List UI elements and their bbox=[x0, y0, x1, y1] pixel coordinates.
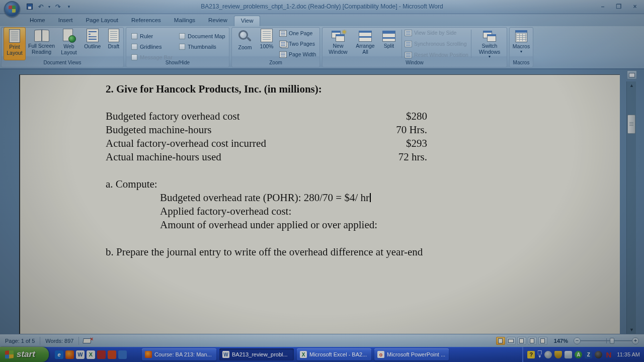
page-indicator[interactable]: Page: 1 of 5 bbox=[0, 336, 40, 345]
tab-insert[interactable]: Insert bbox=[52, 16, 79, 26]
macros-button[interactable]: Macros ▾ bbox=[510, 27, 532, 60]
taskbar-clock[interactable]: 11:35 AM bbox=[615, 351, 640, 357]
tray-audio-icon[interactable] bbox=[595, 351, 602, 358]
zoom-100-label: 100% bbox=[260, 44, 274, 50]
web-layout-button[interactable]: Web Layout bbox=[57, 27, 80, 60]
status-bar-right: 147% − + bbox=[496, 337, 644, 345]
internet-explorer-icon[interactable]: e bbox=[55, 350, 63, 359]
tray-collapse-icon[interactable]: ❐▾ bbox=[537, 351, 542, 358]
tray-globe-icon[interactable] bbox=[544, 351, 552, 358]
zoom-button[interactable]: Zoom bbox=[234, 27, 256, 60]
ruler-checkbox[interactable] bbox=[131, 33, 137, 39]
one-page-label: One Page bbox=[289, 30, 312, 36]
full-screen-reading-button[interactable]: Full Screen Reading bbox=[27, 27, 56, 60]
page-width-label: Page Width bbox=[289, 51, 316, 57]
document-map-checkbox-row[interactable]: Document Map bbox=[179, 31, 225, 41]
compute-line-text: Budgeted overhead rate (POHR): 280/70 = … bbox=[160, 192, 369, 204]
switch-windows-button[interactable]: Switch Windows ▾ bbox=[474, 27, 505, 60]
macros-dropdown-icon: ▾ bbox=[520, 50, 522, 53]
draft-icon bbox=[108, 29, 119, 42]
excel-icon[interactable]: X bbox=[87, 350, 95, 359]
synchronous-scrolling-label: Synchronous Scrolling bbox=[414, 41, 466, 47]
word-icon[interactable]: W bbox=[76, 350, 85, 359]
word-app-icon: W bbox=[222, 351, 229, 358]
zoom-in-button[interactable]: + bbox=[632, 337, 639, 344]
slider-thumb[interactable] bbox=[610, 338, 614, 344]
desktop-screen: ↶ ▾ ↷ ▾ BA213_review_problems_chpt_1-2.d… bbox=[0, 0, 644, 362]
document-map-checkbox[interactable] bbox=[179, 33, 185, 39]
tray-netsupport-icon[interactable]: N bbox=[605, 351, 612, 358]
view-draft-button[interactable] bbox=[538, 337, 547, 345]
powerpoint-app-icon: o bbox=[377, 351, 384, 358]
gridlines-checkbox[interactable] bbox=[131, 44, 137, 50]
scroll-up-icon[interactable]: ▲ bbox=[627, 81, 636, 89]
tab-mailings[interactable]: Mailings bbox=[168, 16, 202, 26]
firefox-icon[interactable] bbox=[65, 350, 74, 359]
document-page[interactable]: 2. Give for Hancock Products, Inc. (in m… bbox=[19, 74, 620, 334]
zoom-slider[interactable]: − + bbox=[574, 337, 639, 345]
tray-zotero-icon[interactable]: Z bbox=[585, 351, 592, 358]
split-button[interactable]: Split bbox=[379, 27, 398, 60]
office-button[interactable] bbox=[4, 1, 20, 17]
task-button-label: Course: BA 213: Man... bbox=[154, 351, 212, 357]
taskbar-button-excel[interactable]: X Microsoft Excel - BA2... bbox=[297, 348, 371, 360]
scroll-down-icon[interactable]: ▼ bbox=[627, 326, 636, 334]
tray-shield-icon[interactable] bbox=[554, 351, 562, 358]
synchronous-scrolling-icon bbox=[405, 41, 412, 47]
two-pages-button[interactable]: Two Pages bbox=[279, 39, 316, 49]
taskbar-button-powerpoint[interactable]: o Microsoft PowerPoint ... bbox=[374, 348, 449, 360]
tray-antivirus-icon[interactable]: A bbox=[575, 351, 582, 358]
arrange-all-label: Arrange All bbox=[353, 43, 377, 55]
tray-tool-icon[interactable] bbox=[565, 351, 572, 358]
messenger-icon[interactable] bbox=[118, 350, 127, 359]
tab-page-layout[interactable]: Page Layout bbox=[79, 16, 125, 26]
switch-windows-dropdown-icon: ▾ bbox=[489, 55, 491, 58]
access-icon[interactable] bbox=[97, 350, 106, 359]
row-label: Actual factory-overhead cost incurred bbox=[106, 137, 266, 150]
close-button[interactable]: × bbox=[630, 2, 640, 11]
thumbnails-checkbox-row[interactable]: Thumbnails bbox=[179, 41, 225, 52]
outline-button[interactable]: Outline bbox=[82, 27, 104, 60]
view-print-layout-button[interactable] bbox=[496, 337, 505, 345]
thumbnails-checkbox[interactable] bbox=[179, 44, 185, 50]
zoom-100-button[interactable]: 100% bbox=[257, 27, 277, 60]
gridlines-label: Gridlines bbox=[140, 44, 162, 50]
word-count[interactable]: Words: 897 bbox=[40, 336, 78, 345]
view-side-by-side-label: View Side by Side bbox=[414, 30, 456, 36]
tab-review[interactable]: Review bbox=[202, 16, 234, 26]
gridlines-checkbox-row[interactable]: Gridlines bbox=[131, 41, 179, 52]
ruler-checkbox-row[interactable]: Ruler bbox=[131, 31, 179, 41]
two-pages-label: Two Pages bbox=[289, 41, 315, 47]
zoom-out-button[interactable]: − bbox=[574, 337, 581, 344]
draft-button[interactable]: Draft bbox=[105, 27, 123, 60]
scrollbar-thumb[interactable] bbox=[627, 115, 635, 134]
data-row: Budgeted factory overhead cost $280 bbox=[106, 110, 427, 123]
page-width-icon bbox=[279, 51, 287, 58]
vertical-scrollbar[interactable]: ▲ ▼ bbox=[626, 81, 636, 334]
restore-button[interactable]: ❐ bbox=[614, 2, 624, 11]
zoom-label: Zoom bbox=[238, 45, 252, 51]
arrange-all-button[interactable]: Arrange All bbox=[352, 27, 378, 60]
help-tray-icon[interactable]: ? bbox=[527, 351, 535, 358]
start-button[interactable]: start bbox=[0, 347, 49, 362]
page-width-button[interactable]: Page Width bbox=[279, 50, 316, 59]
view-full-screen-button[interactable] bbox=[507, 337, 516, 345]
compute-line-text: Amount of overhead under applied or over… bbox=[160, 219, 377, 231]
print-layout-button[interactable]: Print Layout bbox=[4, 27, 26, 60]
new-window-button[interactable]: ✳ New Window bbox=[325, 27, 351, 60]
minimize-button[interactable]: – bbox=[598, 2, 608, 11]
taskbar-button-word[interactable]: W BA213_review_probl... bbox=[219, 348, 294, 360]
one-page-button[interactable]: One Page bbox=[279, 29, 316, 38]
taskbar-button-firefox[interactable]: Course: BA 213: Man... bbox=[142, 348, 216, 360]
view-outline-button[interactable] bbox=[528, 337, 537, 345]
view-web-layout-button[interactable] bbox=[517, 337, 526, 345]
tab-view[interactable]: View bbox=[234, 16, 261, 26]
zoom-percent[interactable]: 147% bbox=[554, 338, 568, 344]
tab-home[interactable]: Home bbox=[23, 16, 52, 26]
full-screen-reading-icon bbox=[34, 30, 49, 42]
proofing-error-icon[interactable]: × bbox=[83, 337, 92, 344]
ruler-toggle-button[interactable] bbox=[627, 70, 637, 79]
tab-references[interactable]: References bbox=[125, 16, 168, 26]
powerpoint-icon[interactable] bbox=[108, 350, 116, 359]
excel-app-icon: X bbox=[300, 351, 307, 358]
